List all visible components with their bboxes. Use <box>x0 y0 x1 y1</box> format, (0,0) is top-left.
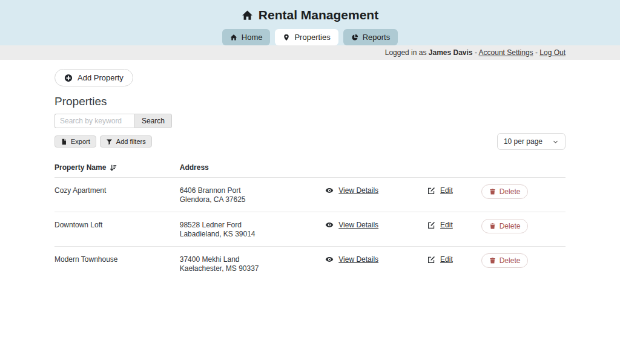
separator: - <box>475 48 477 57</box>
table-toolbar: Export Add filters 10 per page <box>54 133 566 150</box>
chevron-down-icon <box>552 138 559 145</box>
column-header-property-name[interactable]: Property Name <box>54 157 180 178</box>
page-app-title: Rental Management <box>259 8 378 22</box>
address-line-2: Labadieland, KS 39014 <box>180 230 326 239</box>
export-button[interactable]: Export <box>54 135 96 148</box>
tab-label: Reports <box>363 33 391 42</box>
property-name-cell: Downtown Loft <box>54 212 180 247</box>
filter-icon <box>106 138 113 145</box>
tab-home[interactable]: Home <box>222 29 271 45</box>
edit-icon <box>427 221 435 229</box>
property-name-header-label: Property Name <box>54 163 106 172</box>
account-settings-link[interactable]: Account Settings <box>479 48 533 57</box>
column-header-address: Address <box>180 157 326 178</box>
sort-icon <box>109 164 117 172</box>
property-name-cell: Modern Townhouse <box>54 247 180 281</box>
address-cell: 98528 Ledner Ford Labadieland, KS 39014 <box>180 212 326 247</box>
view-details-link[interactable]: View Details <box>338 255 378 264</box>
view-details-link[interactable]: View Details <box>338 186 378 195</box>
home-icon <box>230 34 237 41</box>
edit-link[interactable]: Edit <box>440 186 453 195</box>
delete-button[interactable]: Delete <box>481 253 529 268</box>
trash-icon <box>489 257 496 264</box>
address-line-1: 6406 Brannon Port <box>180 186 326 195</box>
property-name-cell: Cozy Apartment <box>54 178 180 212</box>
address-line-1: 37400 Mekhi Land <box>180 255 326 264</box>
tab-label: Properties <box>294 33 330 42</box>
add-filters-button[interactable]: Add filters <box>100 135 152 148</box>
user-bar: Logged in as James Davis - Account Setti… <box>0 45 620 60</box>
log-out-link[interactable]: Log Out <box>539 48 566 57</box>
view-details-link[interactable]: View Details <box>338 221 378 229</box>
add-property-label: Add Property <box>78 73 124 82</box>
address-line-1: 98528 Ledner Ford <box>180 221 326 230</box>
delete-button[interactable]: Delete <box>481 219 529 233</box>
main-content: Add Property Properties Search Export Ad… <box>54 60 566 281</box>
export-label: Export <box>71 138 90 145</box>
table-row: Cozy Apartment 6406 Brannon Port Glendor… <box>54 178 566 212</box>
delete-label: Delete <box>500 187 521 196</box>
edit-link[interactable]: Edit <box>440 255 453 264</box>
address-cell: 6406 Brannon Port Glendora, CA 37625 <box>180 178 326 212</box>
logged-in-prefix: Logged in as <box>385 48 427 57</box>
per-page-select[interactable]: 10 per page <box>497 133 566 150</box>
add-filters-label: Add filters <box>116 138 146 145</box>
delete-button[interactable]: Delete <box>481 184 529 199</box>
search-input[interactable] <box>54 114 134 128</box>
home-icon <box>242 10 253 21</box>
edit-link[interactable]: Edit <box>440 221 453 229</box>
file-icon <box>61 138 67 145</box>
table-row: Downtown Loft 98528 Ledner Ford Labadiel… <box>54 212 566 247</box>
address-line-2: Glendora, CA 37625 <box>180 195 326 204</box>
table-row: Modern Townhouse 37400 Mekhi Land Kaelac… <box>54 247 566 281</box>
search-button[interactable]: Search <box>134 114 172 128</box>
add-property-button[interactable]: Add Property <box>54 69 133 86</box>
separator: - <box>535 48 538 57</box>
app-title-row: Rental Management <box>0 8 620 22</box>
address-line-2: Kaelachester, MS 90337 <box>180 264 326 273</box>
per-page-value: 10 per page <box>504 137 542 146</box>
eye-icon <box>325 255 334 264</box>
main-nav: Home Properties Reports <box>0 29 620 45</box>
pie-chart-icon <box>351 34 358 41</box>
app-header: Rental Management Home Properties Report… <box>0 0 620 45</box>
plus-circle-icon <box>64 74 73 82</box>
edit-icon <box>427 256 435 264</box>
properties-table: Property Name Address Cozy Apartment 640… <box>54 157 566 281</box>
trash-icon <box>489 188 496 195</box>
eye-icon <box>325 186 334 195</box>
tab-reports[interactable]: Reports <box>343 29 398 45</box>
eye-icon <box>325 221 334 229</box>
edit-icon <box>427 187 435 195</box>
table-header-row: Property Name Address <box>54 157 566 178</box>
map-pin-icon <box>283 34 290 41</box>
address-cell: 37400 Mekhi Land Kaelachester, MS 90337 <box>180 247 326 281</box>
username: James Davis <box>429 48 473 57</box>
trash-icon <box>489 223 496 230</box>
page-title: Properties <box>54 95 566 108</box>
delete-label: Delete <box>500 256 521 265</box>
search-form: Search <box>54 114 566 128</box>
tab-label: Home <box>242 33 263 42</box>
delete-label: Delete <box>500 222 521 230</box>
tab-properties[interactable]: Properties <box>275 29 338 45</box>
